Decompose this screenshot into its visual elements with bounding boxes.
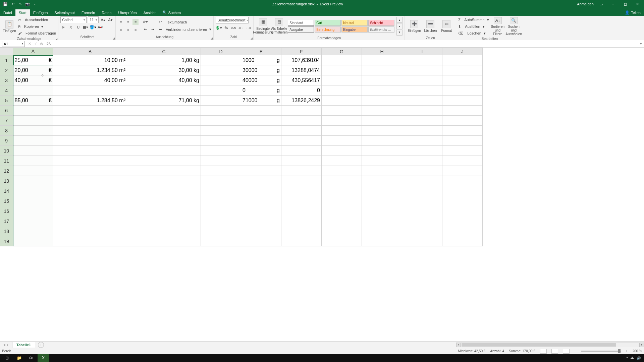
cell-C19[interactable]: [127, 236, 201, 246]
cell-A10[interactable]: [13, 146, 53, 156]
cell-J18[interactable]: [442, 226, 483, 236]
tab-start[interactable]: Start: [15, 9, 30, 16]
tab-formulas[interactable]: Formeln: [78, 9, 98, 16]
cell-B15[interactable]: [53, 196, 127, 206]
cell-J16[interactable]: [442, 206, 483, 216]
cell-I7[interactable]: [402, 116, 442, 126]
cell-D15[interactable]: [201, 196, 241, 206]
paste-button[interactable]: 📋 Einfügen: [2, 17, 17, 36]
cell-G14[interactable]: [322, 186, 362, 196]
cell-I13[interactable]: [402, 176, 442, 186]
tab-review[interactable]: Überprüfen: [115, 9, 140, 16]
tab-pagelayout[interactable]: Seitenlayout: [51, 9, 78, 16]
sort-filter-button[interactable]: A↓Sortieren und Filtern: [490, 17, 505, 36]
conditional-formatting-button[interactable]: ▦Bedingte Formatierung: [256, 17, 270, 36]
cell-G11[interactable]: [322, 156, 362, 166]
cell-G17[interactable]: [322, 216, 362, 226]
expand-formula-bar-icon[interactable]: ▾: [638, 42, 644, 46]
increase-indent-icon[interactable]: ⇥: [150, 26, 156, 33]
cell-E16[interactable]: [241, 206, 281, 216]
row-header-5[interactable]: 5: [0, 96, 13, 106]
cell-H12[interactable]: [362, 166, 402, 176]
cell-I10[interactable]: [402, 146, 442, 156]
cell-J9[interactable]: [442, 136, 483, 146]
percent-format-icon[interactable]: %: [223, 25, 229, 31]
cut-button[interactable]: ✂ Ausschneiden: [18, 17, 56, 23]
cell-D5[interactable]: [201, 96, 241, 106]
delete-cells-button[interactable]: ➖Löschen: [423, 17, 438, 36]
formula-input[interactable]: 25: [45, 42, 638, 46]
tell-me-search[interactable]: 🔍 Suchen: [159, 9, 184, 16]
view-normal-icon[interactable]: [540, 349, 547, 354]
cell-H10[interactable]: [362, 146, 402, 156]
row-header-4[interactable]: 4: [0, 85, 13, 96]
cell-B3[interactable]: 40,00 m²: [53, 75, 127, 85]
cell-F7[interactable]: [281, 116, 322, 126]
cell-C3[interactable]: 40,00 kg: [127, 75, 201, 85]
clipboard-launcher-icon[interactable]: ◢: [55, 38, 57, 41]
maximize-button[interactable]: ◻: [621, 0, 630, 8]
cell-H2[interactable]: [362, 65, 402, 75]
cell-D12[interactable]: [201, 166, 241, 176]
cell-D13[interactable]: [201, 176, 241, 186]
align-right-icon[interactable]: ≡: [132, 26, 139, 33]
cell-E4[interactable]: 0g: [241, 85, 281, 96]
cell-D7[interactable]: [201, 116, 241, 126]
row-header-17[interactable]: 17: [0, 216, 13, 226]
row-header-6[interactable]: 6: [0, 106, 13, 116]
taskbar-explorer-icon[interactable]: 📁: [13, 354, 25, 362]
select-all-corner[interactable]: [0, 48, 13, 55]
cell-I19[interactable]: [402, 236, 442, 246]
cell-J7[interactable]: [442, 116, 483, 126]
cell-H7[interactable]: [362, 116, 402, 126]
cell-I15[interactable]: [402, 196, 442, 206]
cell-J14[interactable]: [442, 186, 483, 196]
cell-B19[interactable]: [53, 236, 127, 246]
cell-J2[interactable]: [442, 65, 483, 75]
row-header-16[interactable]: 16: [0, 206, 13, 216]
sheet-nav-first-icon[interactable]: ◂: [3, 343, 5, 347]
cell-I18[interactable]: [402, 226, 442, 236]
column-header-A[interactable]: A: [13, 48, 53, 55]
cell-E5[interactable]: 71000g: [241, 96, 281, 106]
cell-B16[interactable]: [53, 206, 127, 216]
cell-C17[interactable]: [127, 216, 201, 226]
column-header-B[interactable]: B: [53, 48, 127, 55]
styles-scroll-down-icon[interactable]: ▾: [396, 23, 402, 29]
number-launcher-icon[interactable]: ◢: [251, 37, 253, 40]
cell-J3[interactable]: [442, 75, 483, 85]
cell-A19[interactable]: [13, 236, 53, 246]
cell-I8[interactable]: [402, 126, 442, 136]
format-as-table-button[interactable]: ▤Als Tabelle formatieren: [272, 17, 286, 36]
cell-E17[interactable]: [241, 216, 281, 226]
font-size-combo[interactable]: 11▾: [88, 16, 99, 23]
cell-I1[interactable]: [402, 55, 442, 65]
italic-button[interactable]: K: [68, 24, 74, 30]
ribbon-display-icon[interactable]: ▭: [596, 0, 606, 8]
tab-view[interactable]: Ansicht: [140, 9, 159, 16]
cell-C9[interactable]: [127, 136, 201, 146]
close-button[interactable]: ✕: [633, 0, 642, 8]
cell-J10[interactable]: [442, 146, 483, 156]
cell-H14[interactable]: [362, 186, 402, 196]
cell-G16[interactable]: [322, 206, 362, 216]
cell-A1[interactable]: 25,00€: [13, 55, 53, 65]
cell-I3[interactable]: [402, 75, 442, 85]
cell-F19[interactable]: [281, 236, 322, 246]
cell-H4[interactable]: [362, 85, 402, 96]
cell-F11[interactable]: [281, 156, 322, 166]
cell-I17[interactable]: [402, 216, 442, 226]
cell-A8[interactable]: [13, 126, 53, 136]
cell-F10[interactable]: [281, 146, 322, 156]
undo-icon[interactable]: ↶: [10, 1, 15, 7]
cell-B11[interactable]: [53, 156, 127, 166]
cell-C15[interactable]: [127, 196, 201, 206]
cell-D16[interactable]: [201, 206, 241, 216]
cell-D8[interactable]: [201, 126, 241, 136]
row-header-8[interactable]: 8: [0, 126, 13, 136]
cell-G8[interactable]: [322, 126, 362, 136]
font-name-combo[interactable]: Calibri▾: [60, 16, 87, 23]
cell-A13[interactable]: [13, 176, 53, 186]
row-header-1[interactable]: 1: [0, 55, 13, 65]
row-header-10[interactable]: 10: [0, 146, 13, 156]
